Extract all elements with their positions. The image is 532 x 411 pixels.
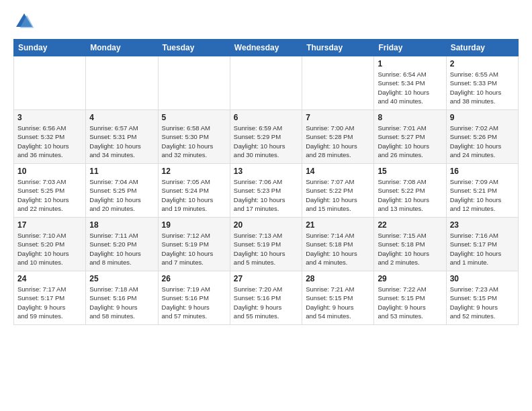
calendar-day-cell: 5Sunrise: 6:58 AM Sunset: 5:30 PM Daylig… <box>158 110 230 164</box>
calendar-day-cell <box>158 56 230 110</box>
day-number: 6 <box>234 113 298 122</box>
day-number: 7 <box>306 113 370 122</box>
day-info: Sunrise: 7:15 AM Sunset: 5:18 PM Dayligh… <box>378 231 442 267</box>
page: SundayMondayTuesdayWednesdayThursdayFrid… <box>0 0 532 332</box>
calendar-day-cell: 21Sunrise: 7:14 AM Sunset: 5:18 PM Dayli… <box>302 218 374 271</box>
day-info: Sunrise: 7:01 AM Sunset: 5:27 PM Dayligh… <box>378 124 442 159</box>
calendar-day-cell: 11Sunrise: 7:04 AM Sunset: 5:25 PM Dayli… <box>86 164 158 218</box>
day-info: Sunrise: 6:58 AM Sunset: 5:30 PM Dayligh… <box>162 124 226 159</box>
calendar-week-row: 3Sunrise: 6:56 AM Sunset: 5:32 PM Daylig… <box>14 110 519 164</box>
day-number: 26 <box>162 274 226 283</box>
day-number: 4 <box>89 113 154 122</box>
day-info: Sunrise: 7:23 AM Sunset: 5:15 PM Dayligh… <box>450 285 515 320</box>
header <box>13 11 519 32</box>
day-number: 28 <box>306 274 370 283</box>
day-number: 24 <box>17 274 82 283</box>
day-info: Sunrise: 7:21 AM Sunset: 5:15 PM Dayligh… <box>306 285 370 320</box>
calendar-week-row: 10Sunrise: 7:03 AM Sunset: 5:25 PM Dayli… <box>14 164 519 218</box>
calendar-day-cell: 28Sunrise: 7:21 AM Sunset: 5:15 PM Dayli… <box>302 271 374 325</box>
day-info: Sunrise: 6:59 AM Sunset: 5:29 PM Dayligh… <box>234 124 298 159</box>
day-number: 30 <box>450 274 515 283</box>
calendar-day-cell: 29Sunrise: 7:22 AM Sunset: 5:15 PM Dayli… <box>374 271 446 325</box>
calendar-day-cell: 2Sunrise: 6:55 AM Sunset: 5:33 PM Daylig… <box>446 56 518 110</box>
weekday-header: Friday <box>374 40 446 56</box>
day-info: Sunrise: 6:56 AM Sunset: 5:32 PM Dayligh… <box>17 124 82 159</box>
calendar-day-cell <box>302 56 374 110</box>
day-info: Sunrise: 7:03 AM Sunset: 5:25 PM Dayligh… <box>17 177 82 213</box>
day-info: Sunrise: 7:13 AM Sunset: 5:19 PM Dayligh… <box>234 231 298 267</box>
weekday-header: Monday <box>86 40 158 56</box>
day-number: 20 <box>234 220 298 230</box>
day-info: Sunrise: 7:12 AM Sunset: 5:19 PM Dayligh… <box>162 231 226 267</box>
calendar-day-cell: 16Sunrise: 7:09 AM Sunset: 5:21 PM Dayli… <box>446 164 518 218</box>
calendar-day-cell: 13Sunrise: 7:06 AM Sunset: 5:23 PM Dayli… <box>230 164 302 218</box>
calendar-day-cell: 12Sunrise: 7:05 AM Sunset: 5:24 PM Dayli… <box>158 164 230 218</box>
calendar-day-cell: 20Sunrise: 7:13 AM Sunset: 5:19 PM Dayli… <box>230 218 302 271</box>
day-info: Sunrise: 7:16 AM Sunset: 5:17 PM Dayligh… <box>450 231 515 267</box>
weekday-header: Thursday <box>302 40 374 56</box>
day-number: 14 <box>306 167 370 176</box>
calendar-day-cell: 15Sunrise: 7:08 AM Sunset: 5:22 PM Dayli… <box>374 164 446 218</box>
day-number: 13 <box>234 167 298 176</box>
day-number: 27 <box>234 274 298 283</box>
weekday-header: Sunday <box>14 40 86 56</box>
calendar-week-row: 24Sunrise: 7:17 AM Sunset: 5:17 PM Dayli… <box>14 271 519 325</box>
calendar-day-cell: 17Sunrise: 7:10 AM Sunset: 5:20 PM Dayli… <box>14 218 86 271</box>
calendar-day-cell: 25Sunrise: 7:18 AM Sunset: 5:16 PM Dayli… <box>86 271 158 325</box>
day-number: 8 <box>378 113 442 122</box>
calendar-day-cell: 1Sunrise: 6:54 AM Sunset: 5:34 PM Daylig… <box>374 56 446 110</box>
calendar-day-cell: 9Sunrise: 7:02 AM Sunset: 5:26 PM Daylig… <box>446 110 518 164</box>
calendar-day-cell <box>14 56 86 110</box>
calendar-day-cell: 4Sunrise: 6:57 AM Sunset: 5:31 PM Daylig… <box>86 110 158 164</box>
day-number: 29 <box>378 274 442 283</box>
day-info: Sunrise: 7:02 AM Sunset: 5:26 PM Dayligh… <box>450 124 515 159</box>
day-number: 25 <box>89 274 154 283</box>
calendar-day-cell: 8Sunrise: 7:01 AM Sunset: 5:27 PM Daylig… <box>374 110 446 164</box>
weekday-header: Tuesday <box>158 40 230 56</box>
day-number: 21 <box>306 220 370 230</box>
calendar-week-row: 1Sunrise: 6:54 AM Sunset: 5:34 PM Daylig… <box>14 56 519 110</box>
calendar-day-cell: 14Sunrise: 7:07 AM Sunset: 5:22 PM Dayli… <box>302 164 374 218</box>
day-info: Sunrise: 7:20 AM Sunset: 5:16 PM Dayligh… <box>234 285 298 320</box>
day-number: 23 <box>450 220 515 230</box>
calendar-day-cell: 7Sunrise: 7:00 AM Sunset: 5:28 PM Daylig… <box>302 110 374 164</box>
day-number: 17 <box>17 220 82 230</box>
day-info: Sunrise: 6:54 AM Sunset: 5:34 PM Dayligh… <box>378 70 442 105</box>
logo-area <box>13 11 36 32</box>
calendar-day-cell: 19Sunrise: 7:12 AM Sunset: 5:19 PM Dayli… <box>158 218 230 271</box>
day-info: Sunrise: 7:00 AM Sunset: 5:28 PM Dayligh… <box>306 124 370 159</box>
calendar-day-cell: 18Sunrise: 7:11 AM Sunset: 5:20 PM Dayli… <box>86 218 158 271</box>
logo-icon <box>13 11 35 32</box>
calendar-day-cell: 23Sunrise: 7:16 AM Sunset: 5:17 PM Dayli… <box>446 218 518 271</box>
weekday-header: Wednesday <box>230 40 302 56</box>
day-number: 15 <box>378 167 442 176</box>
calendar-week-row: 17Sunrise: 7:10 AM Sunset: 5:20 PM Dayli… <box>14 218 519 271</box>
calendar-table: SundayMondayTuesdayWednesdayThursdayFrid… <box>13 39 519 325</box>
day-info: Sunrise: 7:10 AM Sunset: 5:20 PM Dayligh… <box>17 231 82 267</box>
calendar-header-row: SundayMondayTuesdayWednesdayThursdayFrid… <box>14 40 519 56</box>
day-info: Sunrise: 7:18 AM Sunset: 5:16 PM Dayligh… <box>89 285 154 320</box>
day-number: 16 <box>450 167 515 176</box>
day-info: Sunrise: 7:07 AM Sunset: 5:22 PM Dayligh… <box>306 177 370 213</box>
calendar-day-cell: 10Sunrise: 7:03 AM Sunset: 5:25 PM Dayli… <box>14 164 86 218</box>
weekday-header: Saturday <box>446 40 518 56</box>
day-info: Sunrise: 6:55 AM Sunset: 5:33 PM Dayligh… <box>450 70 515 105</box>
day-number: 3 <box>17 113 82 122</box>
day-number: 12 <box>162 167 226 176</box>
calendar-day-cell <box>86 56 158 110</box>
day-number: 11 <box>89 167 154 176</box>
day-number: 22 <box>378 220 442 230</box>
day-info: Sunrise: 7:19 AM Sunset: 5:16 PM Dayligh… <box>162 285 226 320</box>
day-number: 2 <box>450 59 515 68</box>
day-number: 19 <box>162 220 226 230</box>
day-info: Sunrise: 7:17 AM Sunset: 5:17 PM Dayligh… <box>17 285 82 320</box>
day-number: 10 <box>17 167 82 176</box>
calendar-day-cell: 6Sunrise: 6:59 AM Sunset: 5:29 PM Daylig… <box>230 110 302 164</box>
day-info: Sunrise: 7:09 AM Sunset: 5:21 PM Dayligh… <box>450 177 515 213</box>
calendar-day-cell: 27Sunrise: 7:20 AM Sunset: 5:16 PM Dayli… <box>230 271 302 325</box>
calendar-day-cell: 3Sunrise: 6:56 AM Sunset: 5:32 PM Daylig… <box>14 110 86 164</box>
day-number: 1 <box>378 59 442 68</box>
day-info: Sunrise: 7:11 AM Sunset: 5:20 PM Dayligh… <box>89 231 154 267</box>
day-info: Sunrise: 6:57 AM Sunset: 5:31 PM Dayligh… <box>89 124 154 159</box>
calendar-day-cell: 22Sunrise: 7:15 AM Sunset: 5:18 PM Dayli… <box>374 218 446 271</box>
